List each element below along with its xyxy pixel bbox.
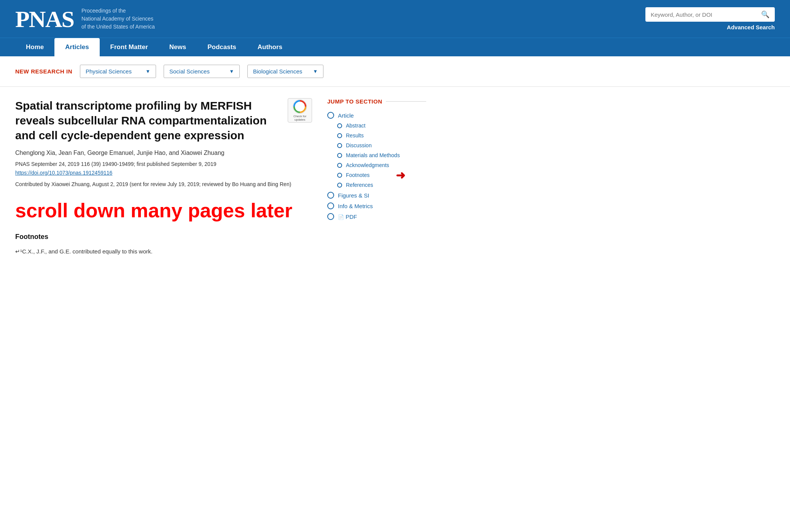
- nav-front-matter[interactable]: Front Matter: [100, 38, 159, 56]
- circle-results: [337, 133, 342, 138]
- circle-acknowledgments: [337, 163, 342, 168]
- sidebar-label-pdf: 📄 PDF: [338, 213, 357, 220]
- circle-pdf: [327, 213, 334, 220]
- footnotes-arrow-icon: ➜: [396, 169, 405, 182]
- circle-references: [337, 183, 342, 188]
- search-bar[interactable]: 🔍: [645, 7, 775, 22]
- sidebar-label-info-metrics: Info & Metrics: [338, 203, 373, 209]
- biological-sciences-dropdown[interactable]: Biological Sciences ▼: [247, 65, 323, 78]
- search-input[interactable]: [651, 11, 761, 18]
- sidebar-label-footnotes: Footnotes: [346, 172, 370, 178]
- pnas-logo: PNAS: [15, 7, 74, 31]
- sidebar-label-discussion: Discussion: [346, 142, 372, 148]
- nav-podcasts[interactable]: Podcasts: [197, 38, 247, 56]
- sidebar-item-references[interactable]: References: [327, 180, 426, 190]
- sidebar-label-figures: Figures & SI: [338, 192, 370, 199]
- sidebar-item-acknowledgments[interactable]: Acknowledgments: [327, 160, 426, 170]
- social-sciences-dropdown[interactable]: Social Sciences ▼: [164, 65, 240, 78]
- advanced-search-link[interactable]: Advanced Search: [727, 24, 775, 30]
- circle-footnotes: [337, 173, 342, 178]
- sidebar-item-materials[interactable]: Materials and Methods: [327, 150, 426, 160]
- circle-materials: [337, 153, 342, 158]
- sidebar-item-abstract[interactable]: Abstract: [327, 121, 426, 131]
- sidebar-item-info-metrics[interactable]: Info & Metrics: [327, 201, 426, 211]
- circle-abstract: [337, 123, 342, 128]
- page-header: PNAS Proceedings of the National Academy…: [0, 0, 790, 38]
- article-meta: PNAS September 24, 2019 116 (39) 19490-1…: [15, 160, 312, 168]
- nav-home[interactable]: Home: [15, 38, 54, 56]
- footnotes-heading: Footnotes: [15, 233, 312, 241]
- article-section: Spatial transcriptome profiling by MERFI…: [15, 98, 312, 256]
- circle-discussion: [337, 143, 342, 148]
- chevron-down-icon: ▼: [229, 68, 234, 74]
- chevron-down-icon: ▼: [313, 68, 318, 74]
- jump-to-section-title: JUMP TO SECTION: [327, 98, 426, 105]
- check-updates-badge: Check for updates: [288, 98, 312, 123]
- sidebar-item-discussion[interactable]: Discussion: [327, 140, 426, 150]
- circle-article: [327, 112, 334, 119]
- pdf-icon: 📄: [338, 214, 344, 220]
- scroll-annotation: scroll down many pages later: [15, 200, 312, 221]
- footnote-text: ↵¹C.X., J.F., and G.E. contributed equal…: [15, 247, 312, 256]
- article-title: Spatial transcriptome profiling by MERFI…: [15, 98, 280, 143]
- header-right: 🔍 Advanced Search: [645, 7, 775, 30]
- sidebar-item-results[interactable]: Results: [327, 131, 426, 140]
- physical-sciences-dropdown[interactable]: Physical Sciences ▼: [80, 65, 156, 78]
- main-content: Spatial transcriptome profiling by MERFI…: [0, 87, 790, 268]
- header-tagline: Proceedings of the National Academy of S…: [81, 7, 155, 31]
- article-title-row: Spatial transcriptome profiling by MERFI…: [15, 98, 312, 143]
- sidebar-item-figures[interactable]: Figures & SI: [327, 190, 426, 201]
- nav-news[interactable]: News: [159, 38, 197, 56]
- badge-icon: [293, 99, 307, 114]
- circle-figures: [327, 192, 334, 199]
- sidebar-item-article[interactable]: Article: [327, 110, 426, 121]
- sidebar-label-acknowledgments: Acknowledgments: [346, 162, 389, 168]
- search-icon: 🔍: [761, 10, 769, 19]
- sidebar-label-article: Article: [338, 112, 354, 119]
- new-research-label: NEW RESEARCH IN: [15, 68, 72, 75]
- circle-info-metrics: [327, 202, 334, 209]
- chevron-down-icon: ▼: [145, 68, 150, 74]
- header-left: PNAS Proceedings of the National Academy…: [15, 7, 155, 31]
- section-divider: [386, 101, 426, 102]
- sidebar: JUMP TO SECTION Article Abstract Results: [327, 98, 426, 256]
- svg-point-0: [293, 100, 307, 113]
- sidebar-label-references: References: [346, 182, 373, 188]
- article-authors: Chenglong Xia, Jean Fan, George Emanuel,…: [15, 150, 312, 156]
- article-contributed: Contributed by Xiaowei Zhuang, August 2,…: [15, 180, 312, 188]
- sidebar-item-pdf[interactable]: 📄 PDF: [327, 211, 426, 222]
- sidebar-label-results: Results: [346, 132, 364, 139]
- sidebar-label-materials: Materials and Methods: [346, 152, 400, 158]
- main-nav: Home Articles Front Matter News Podcasts…: [0, 38, 790, 56]
- nav-authors[interactable]: Authors: [247, 38, 293, 56]
- research-bar: NEW RESEARCH IN Physical Sciences ▼ Soci…: [0, 56, 790, 87]
- sidebar-tree: Article Abstract Results Discussion Mate…: [327, 110, 426, 222]
- article-doi[interactable]: https://doi.org/10.1073/pnas.1912459116: [15, 170, 312, 176]
- sidebar-item-footnotes[interactable]: Footnotes ➜: [327, 170, 426, 180]
- nav-articles[interactable]: Articles: [54, 38, 99, 56]
- sidebar-label-abstract: Abstract: [346, 123, 365, 129]
- badge-label: Check for updates: [288, 115, 312, 121]
